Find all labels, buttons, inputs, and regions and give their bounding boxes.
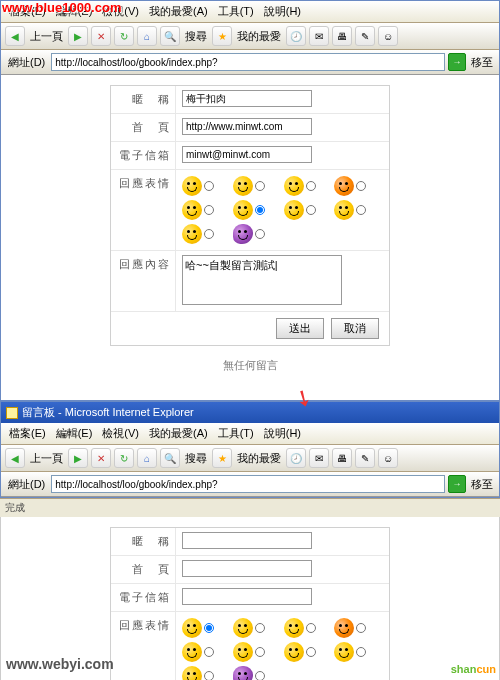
favorites-button-2[interactable]: ★: [212, 448, 232, 468]
menu-tools[interactable]: 工具(T): [214, 3, 258, 20]
back-label: 上一頁: [28, 29, 65, 44]
browser-window-2: 留言板 - Microsoft Internet Explorer 檔案(E) …: [0, 401, 500, 498]
msn-button[interactable]: ☺: [378, 26, 398, 46]
emo-9-radio[interactable]: [204, 229, 214, 239]
menu-view-2[interactable]: 檢視(V): [98, 425, 143, 442]
email-input-2[interactable]: [182, 588, 312, 605]
emo-2-radio[interactable]: [255, 181, 265, 191]
print-button-2[interactable]: 🖶: [332, 448, 352, 468]
outer-status-bar: 完成: [0, 498, 500, 517]
emo-4-radio[interactable]: [356, 181, 366, 191]
msn-button-2[interactable]: ☺: [378, 448, 398, 468]
emo2-3-icon: [284, 618, 304, 638]
emo2-2-radio[interactable]: [255, 623, 265, 633]
emo2-8-radio[interactable]: [356, 647, 366, 657]
print-button[interactable]: 🖶: [332, 26, 352, 46]
back-button-2[interactable]: ◀: [5, 448, 25, 468]
menu-favorites[interactable]: 我的最愛(A): [145, 3, 212, 20]
history-button[interactable]: 🕗: [286, 26, 306, 46]
window-title: 留言板 - Microsoft Internet Explorer: [22, 405, 194, 420]
homepage-label: 首 頁: [111, 114, 176, 141]
address-bar-2: 網址(D) → 移至: [1, 472, 499, 497]
edit-button[interactable]: ✎: [355, 26, 375, 46]
email-input[interactable]: [182, 146, 312, 163]
go-button-2[interactable]: →: [448, 475, 466, 493]
watermark-bottom-left: www.webyi.com: [6, 656, 114, 672]
homepage-input[interactable]: [182, 118, 312, 135]
emo2-6-icon: [233, 642, 253, 662]
email-label: 電子信箱: [111, 142, 176, 169]
emo2-1-radio[interactable]: [204, 623, 214, 633]
emo2-6-radio[interactable]: [255, 647, 265, 657]
homepage-label-2: 首 頁: [111, 556, 176, 583]
stop-button-2[interactable]: ✕: [91, 448, 111, 468]
homepage-input-2[interactable]: [182, 560, 312, 577]
go-label: 移至: [469, 55, 495, 70]
home-button-2[interactable]: ⌂: [137, 448, 157, 468]
cancel-button[interactable]: 取消: [331, 318, 379, 339]
menu-help-2[interactable]: 說明(H): [260, 425, 305, 442]
menu-edit-2[interactable]: 編輯(E): [52, 425, 97, 442]
emo2-4-radio[interactable]: [356, 623, 366, 633]
mail-button[interactable]: ✉: [309, 26, 329, 46]
emo-5-radio[interactable]: [204, 205, 214, 215]
search-label: 搜尋: [183, 29, 209, 44]
forward-button[interactable]: ▶: [68, 26, 88, 46]
nickname-input-2[interactable]: [182, 532, 312, 549]
email-label-2: 電子信箱: [111, 584, 176, 611]
emo-3-radio[interactable]: [306, 181, 316, 191]
emo2-10-radio[interactable]: [255, 671, 265, 680]
emo2-8-icon: [334, 642, 354, 662]
emo-9-icon: [182, 224, 202, 244]
page-content: 暱 稱 首 頁 電子信箱 回應表情: [1, 75, 499, 400]
home-button[interactable]: ⌂: [137, 26, 157, 46]
address-input-2[interactable]: [51, 475, 445, 493]
emo-8-icon: [334, 200, 354, 220]
search-button-2[interactable]: 🔍: [160, 448, 180, 468]
menu-tools-2[interactable]: 工具(T): [214, 425, 258, 442]
emo2-4-icon: [334, 618, 354, 638]
emo-1-icon: [182, 176, 202, 196]
emo-1-radio[interactable]: [204, 181, 214, 191]
guestbook-form: 暱 稱 首 頁 電子信箱 回應表情: [110, 85, 390, 346]
nickname-input[interactable]: [182, 90, 312, 107]
emotion-grid-2: [182, 616, 383, 680]
favorites-button[interactable]: ★: [212, 26, 232, 46]
address-input[interactable]: [51, 53, 445, 71]
content-textarea[interactable]: [182, 255, 342, 305]
refresh-button-2[interactable]: ↻: [114, 448, 134, 468]
emo-7-icon: [284, 200, 304, 220]
emo-2-icon: [233, 176, 253, 196]
emo-4-icon: [334, 176, 354, 196]
menu-help[interactable]: 說明(H): [260, 3, 305, 20]
emo-8-radio[interactable]: [356, 205, 366, 215]
emo-10-radio[interactable]: [255, 229, 265, 239]
emo-7-radio[interactable]: [306, 205, 316, 215]
emo-10-icon: [233, 224, 253, 244]
emo-6-radio[interactable]: [255, 205, 265, 215]
content-label: 回應內容: [111, 251, 176, 311]
button-row: 送出 取消: [111, 312, 389, 345]
emo2-5-radio[interactable]: [204, 647, 214, 657]
menubar-2: 檔案(E) 編輯(E) 檢視(V) 我的最愛(A) 工具(T) 說明(H): [1, 423, 499, 445]
history-button-2[interactable]: 🕗: [286, 448, 306, 468]
back-label-2: 上一頁: [28, 451, 65, 466]
toolbar: ◀ 上一頁 ▶ ✕ ↻ ⌂ 🔍 搜尋 ★ 我的最愛 🕗 ✉ 🖶 ✎ ☺: [1, 23, 499, 50]
stop-button[interactable]: ✕: [91, 26, 111, 46]
emo2-9-radio[interactable]: [204, 671, 214, 680]
search-button[interactable]: 🔍: [160, 26, 180, 46]
forward-button-2[interactable]: ▶: [68, 448, 88, 468]
mail-button-2[interactable]: ✉: [309, 448, 329, 468]
menu-favorites-2[interactable]: 我的最愛(A): [145, 425, 212, 442]
submit-button[interactable]: 送出: [276, 318, 324, 339]
favorites-label-2: 我的最愛: [235, 451, 283, 466]
favorites-label: 我的最愛: [235, 29, 283, 44]
back-button[interactable]: ◀: [5, 26, 25, 46]
emo2-9-icon: [182, 666, 202, 680]
emo2-7-radio[interactable]: [306, 647, 316, 657]
refresh-button[interactable]: ↻: [114, 26, 134, 46]
edit-button-2[interactable]: ✎: [355, 448, 375, 468]
menu-file-2[interactable]: 檔案(E): [5, 425, 50, 442]
emo2-3-radio[interactable]: [306, 623, 316, 633]
go-button[interactable]: →: [448, 53, 466, 71]
